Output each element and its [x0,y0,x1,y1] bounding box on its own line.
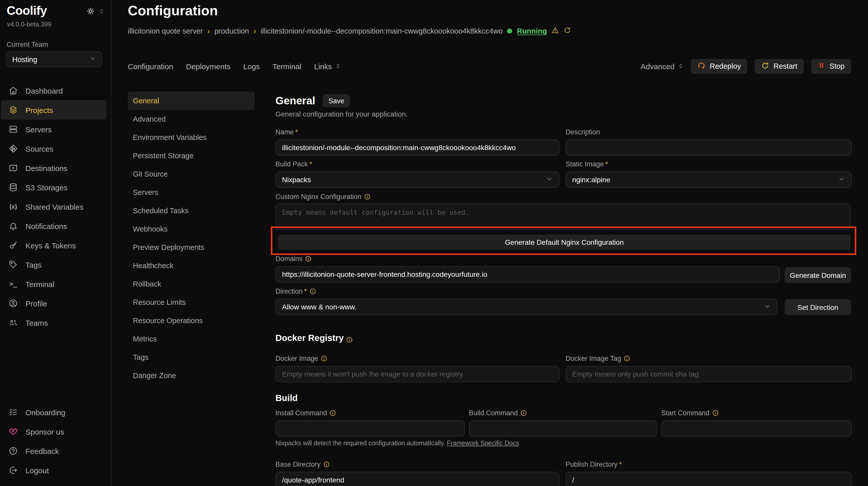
sidebar-item-feedback[interactable]: Feedback [0,441,111,460]
install-command-input[interactable] [275,420,465,436]
menu-item-general[interactable]: General [128,92,254,110]
tab-configuration[interactable]: Configuration [128,62,173,70]
info-icon [323,461,330,468]
sidebar-item-teams[interactable]: Teams [0,313,111,332]
menu-item-servers[interactable]: Servers [128,183,254,201]
menu-item-rollback[interactable]: Rollback [128,275,254,293]
sidebar-item-notifications[interactable]: Notifications [0,216,111,236]
publish-directory-input[interactable] [566,472,852,486]
sidebar-footer: Onboarding Sponsor us Feedback Logout [0,402,111,480]
chevrons-up-down-icon [335,62,341,70]
set-direction-button[interactable]: Set Direction [784,299,851,315]
restart-button[interactable]: Restart [755,59,804,73]
name-input[interactable] [275,139,559,156]
menu-item-metrics[interactable]: Metrics [128,330,254,348]
chevron-down-icon [764,302,771,311]
sidebar-item-profile[interactable]: Profile [0,294,111,313]
page-title: Configuration [128,3,218,19]
generate-nginx-config-button[interactable]: Generate Default Nginx Configuration [278,235,851,250]
help-circle-icon [9,446,18,455]
sidebar-item-projects[interactable]: Projects [1,100,106,120]
theme-sun-icon[interactable] [87,7,95,17]
sidebar-item-keys-tokens[interactable]: Keys & Tokens [0,236,111,255]
sidebar-item-shared-variables[interactable]: (x) Shared Variables [0,197,111,216]
info-icon [624,355,630,362]
menu-item-persistent-storage[interactable]: Persistent Storage [128,147,254,165]
breadcrumb-project[interactable]: illicitonion quote server [128,27,203,35]
menu-item-resource-limits[interactable]: Resource Limits [128,293,254,312]
menu-item-danger-zone[interactable]: Danger Zone [128,366,254,385]
tab-links[interactable]: Links [314,62,341,70]
breadcrumb-environment[interactable]: production [215,27,249,35]
sidebar-item-tags[interactable]: Tags [0,255,111,274]
menu-item-healthcheck[interactable]: Healthcheck [128,257,254,275]
menu-item-advanced[interactable]: Advanced [128,110,254,128]
sidebar-nav: Dashboard Projects Servers Sources Desti… [0,81,111,332]
static-image-select[interactable]: nginx:alpine [566,171,852,188]
docker-image-input[interactable] [275,366,559,382]
nixpacks-note: Nixpacks will detect the required config… [275,440,519,447]
nginx-config-textarea[interactable] [275,203,851,230]
description-label: Description [566,128,852,136]
git-icon [9,144,18,153]
current-team-label: Current Team [7,41,48,48]
redeploy-button[interactable]: Redeploy [691,59,748,73]
domains-input[interactable] [275,266,780,283]
build-command-label: Build Command [469,409,657,417]
main-content: Configuration illicitonion quote server … [112,0,868,486]
direction-select[interactable]: Allow www & non-www. [275,299,777,315]
variable-icon: (x) [9,202,18,211]
tab-terminal[interactable]: Terminal [273,62,301,70]
direction-label: Direction* [275,288,777,295]
sidebar-item-logout[interactable]: Logout [0,460,111,480]
database-icon [9,183,18,192]
sidebar-item-destinations[interactable]: Destinations [0,158,111,177]
users-icon [9,318,18,327]
build-command-input[interactable] [469,420,657,436]
sidebar-item-servers[interactable]: Servers [0,120,111,139]
breadcrumb-application[interactable]: illicitestonion/-module--decomposition:m… [261,27,503,35]
info-icon [305,256,312,262]
sidebar-item-terminal[interactable]: >_ Terminal [0,274,111,294]
sidebar-item-s3-storages[interactable]: S3 Storages [0,177,111,197]
status-badge[interactable]: Running [517,27,547,35]
advanced-dropdown[interactable]: Advanced [641,62,684,70]
info-icon [309,288,316,295]
nginx-config-label: Custom Nginx Configuration [275,193,851,200]
chevron-down-icon [546,175,553,184]
sidebar-item-sources[interactable]: Sources [0,139,111,158]
key-icon [9,241,18,250]
menu-item-tags[interactable]: Tags [128,348,254,366]
menu-item-scheduled-tasks[interactable]: Scheduled Tasks [128,201,254,220]
start-command-input[interactable] [661,420,852,436]
theme-selector-chevrons-icon[interactable] [98,8,105,17]
menu-item-environment-variables[interactable]: Environment Variables [128,128,254,147]
generate-domain-button[interactable]: Generate Domain [784,267,851,283]
team-select[interactable]: Hosting [6,52,102,67]
sidebar-item-onboarding[interactable]: Onboarding [0,402,111,422]
section-title-general: General [275,95,315,107]
chevron-right-icon: › [208,27,210,35]
framework-docs-link[interactable]: Framework Specific Docs [447,440,519,447]
info-icon [330,410,336,416]
tab-bar: Configuration Deployments Logs Terminal … [128,59,851,74]
restart-icon [761,61,770,71]
redeploy-icon [698,61,706,71]
build-pack-select[interactable]: Nixpacks [275,171,559,188]
menu-item-resource-operations[interactable]: Resource Operations [128,312,254,330]
menu-item-git-source[interactable]: Git Source [128,165,254,183]
docker-image-tag-input[interactable] [566,366,852,382]
menu-item-preview-deployments[interactable]: Preview Deployments [128,238,254,257]
stop-icon [817,62,825,71]
menu-item-webhooks[interactable]: Webhooks [128,220,254,238]
base-directory-input[interactable] [275,472,559,486]
warning-icon[interactable] [551,27,559,36]
tab-deployments[interactable]: Deployments [186,62,230,70]
save-button[interactable]: Save [323,94,350,107]
description-input[interactable] [566,139,852,156]
refresh-icon[interactable] [564,27,571,36]
sidebar-item-dashboard[interactable]: Dashboard [0,81,111,100]
stop-button[interactable]: Stop [811,59,851,73]
tab-logs[interactable]: Logs [243,62,260,70]
sidebar-item-sponsor[interactable]: Sponsor us [0,422,111,441]
